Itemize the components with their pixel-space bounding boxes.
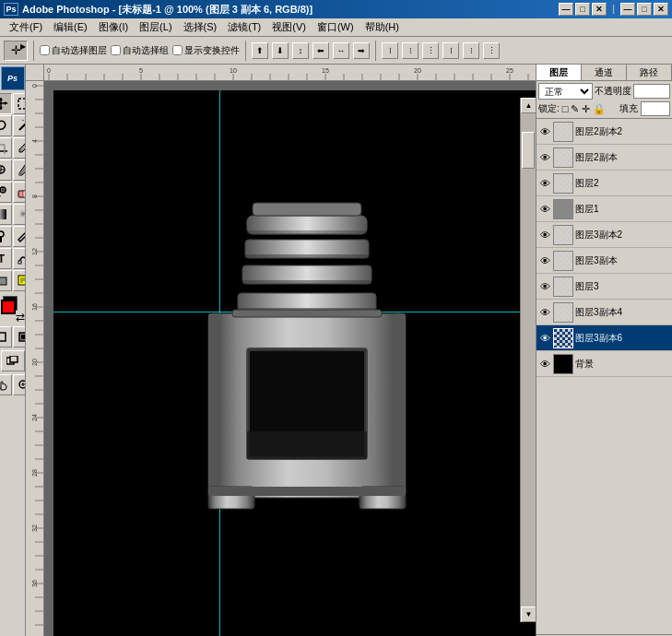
menu-filter[interactable]: 滤镜(T) (222, 18, 266, 36)
menu-select[interactable]: 选择(S) (178, 18, 223, 36)
align-middle[interactable]: ⬇ (272, 42, 289, 59)
distribute-3[interactable]: ⋮ (422, 42, 439, 59)
menu-window[interactable]: 窗口(W) (312, 18, 360, 36)
distribute-1[interactable]: ⁞ (382, 42, 398, 59)
close-button[interactable]: ✕ (592, 3, 607, 16)
layer-item-2[interactable]: 👁 图层2 (536, 171, 672, 196)
layer-eye-2[interactable]: 👁 (538, 177, 551, 190)
align-bottom[interactable]: ↕ (292, 42, 309, 59)
menu-layer[interactable]: 图层(L) (134, 18, 177, 36)
layer-eye-5[interactable]: 👁 (538, 254, 551, 267)
scroll-down-button[interactable]: ▼ (521, 607, 536, 622)
layer-eye-7[interactable]: 👁 (538, 306, 551, 319)
tool-hand[interactable] (0, 374, 12, 395)
tool-wand[interactable] (13, 115, 26, 136)
tool-eraser[interactable] (13, 182, 26, 203)
tool-heal[interactable] (0, 159, 12, 181)
tool-zoom[interactable] (13, 374, 26, 395)
distribute-2[interactable]: ⁝ (402, 42, 419, 59)
move-tool[interactable]: ✛ ▶ (4, 41, 28, 61)
tool-notes[interactable] (13, 270, 26, 291)
tool-path[interactable] (13, 248, 26, 269)
tool-quick-mask-off[interactable] (0, 326, 12, 347)
tab-channels[interactable]: 通道 (582, 65, 627, 80)
layer-eye-0[interactable]: 👁 (538, 125, 551, 138)
scroll-up-button[interactable]: ▲ (521, 98, 536, 113)
scroll-track-v[interactable] (521, 113, 536, 607)
svg-rect-29 (18, 261, 21, 264)
layer-name-6: 图层3 (575, 280, 670, 293)
menu-image[interactable]: 图像(I) (93, 18, 134, 36)
svg-text:10: 10 (230, 67, 237, 74)
auto-select-group-check[interactable]: 自动选择组 (111, 44, 169, 57)
align-center[interactable]: ↔ (333, 42, 349, 59)
menu-help[interactable]: 帮助(H) (360, 18, 405, 36)
doc-maximize-button[interactable]: □ (637, 3, 652, 16)
tool-rect-shape[interactable] (0, 270, 12, 291)
menu-view[interactable]: 视图(V) (266, 18, 312, 36)
tool-dodge[interactable] (0, 226, 12, 247)
layer-eye-1[interactable]: 👁 (538, 151, 551, 164)
tool-move[interactable] (0, 93, 12, 114)
lock-move-icon[interactable]: ✛ (582, 103, 590, 115)
tab-paths[interactable]: 路径 (627, 65, 672, 80)
fill-input[interactable] (641, 101, 670, 116)
tab-layers[interactable]: 图层 (536, 65, 582, 80)
main-layout: Ps (0, 65, 672, 636)
opacity-input[interactable] (633, 84, 670, 99)
minimize-button[interactable]: — (559, 3, 573, 16)
layer-item-0[interactable]: 👁 图层2副本2 (536, 119, 672, 145)
layer-item-9[interactable]: 👁 背景 (536, 351, 672, 377)
layer-item-7[interactable]: 👁 图层3副本4 (536, 300, 672, 325)
layer-eye-9[interactable]: 👁 (538, 358, 551, 371)
tool-blur[interactable] (13, 204, 26, 225)
blend-mode-select[interactable]: 正常 (538, 83, 593, 100)
align-top[interactable]: ⬆ (252, 42, 268, 59)
tool-text[interactable]: T (0, 248, 12, 269)
canvas[interactable] (53, 90, 536, 636)
lock-paint-icon[interactable]: ✎ (571, 103, 579, 115)
tool-clone[interactable] (0, 182, 12, 203)
doc-close-button[interactable]: ✕ (654, 3, 668, 16)
distribute-4[interactable]: ⁞ (442, 42, 459, 59)
align-left[interactable]: ⬅ (312, 42, 329, 59)
canvas-container[interactable]: ▲ ▼ (44, 81, 536, 636)
layer-eye-8[interactable]: 👁 (538, 332, 551, 345)
layer-item-3[interactable]: 👁 图层1 (536, 196, 672, 222)
tool-eyedropper[interactable] (13, 137, 26, 159)
layer-item-5[interactable]: 👁 图层3副本 (536, 248, 672, 274)
vertical-scrollbar[interactable]: ▲ ▼ (520, 98, 536, 622)
fg-color-swatch[interactable] (1, 300, 16, 314)
layer-thumb-5 (553, 251, 573, 271)
tool-lasso[interactable] (0, 115, 12, 136)
tool-pen[interactable] (13, 226, 26, 247)
menu-file[interactable]: 文件(F) (4, 18, 48, 36)
menu-edit[interactable]: 编辑(E) (48, 18, 93, 36)
tool-select[interactable] (13, 93, 26, 114)
layer-item-1[interactable]: 👁 图层2副本 (536, 145, 672, 171)
distribute-6[interactable]: ⋮ (483, 42, 500, 59)
scroll-thumb-v[interactable] (522, 132, 535, 169)
tool-gradient[interactable] (0, 204, 12, 225)
layer-item-6[interactable]: 👁 图层3 (536, 274, 672, 300)
distribute-5[interactable]: ⁝ (463, 42, 479, 59)
swap-colors-icon[interactable]: ⇄ (16, 311, 25, 324)
layer-item-4[interactable]: 👁 图层3副本2 (536, 222, 672, 248)
layer-eye-4[interactable]: 👁 (538, 229, 551, 241)
layer-eye-6[interactable]: 👁 (538, 280, 551, 293)
tool-crop[interactable] (0, 137, 12, 159)
auto-select-layer-check[interactable]: 自动选择图层 (40, 44, 107, 57)
tool-row-nav (0, 374, 26, 395)
lock-transparent-icon[interactable]: □ (562, 103, 569, 114)
doc-minimize-button[interactable]: — (620, 3, 635, 16)
lock-all-icon[interactable]: 🔒 (593, 103, 606, 115)
align-right[interactable]: ➡ (353, 42, 370, 59)
tool-screen-mode[interactable] (1, 350, 25, 371)
layer-eye-3[interactable]: 👁 (538, 203, 551, 216)
maximize-button[interactable]: □ (575, 3, 590, 16)
show-transform-check[interactable]: 显示变换控件 (172, 44, 240, 57)
tool-brush[interactable] (13, 159, 26, 181)
svg-text:5: 5 (139, 67, 143, 74)
layer-item-8[interactable]: 👁 图层3副本6 (536, 325, 672, 351)
tool-quick-mask-on[interactable] (13, 326, 26, 347)
